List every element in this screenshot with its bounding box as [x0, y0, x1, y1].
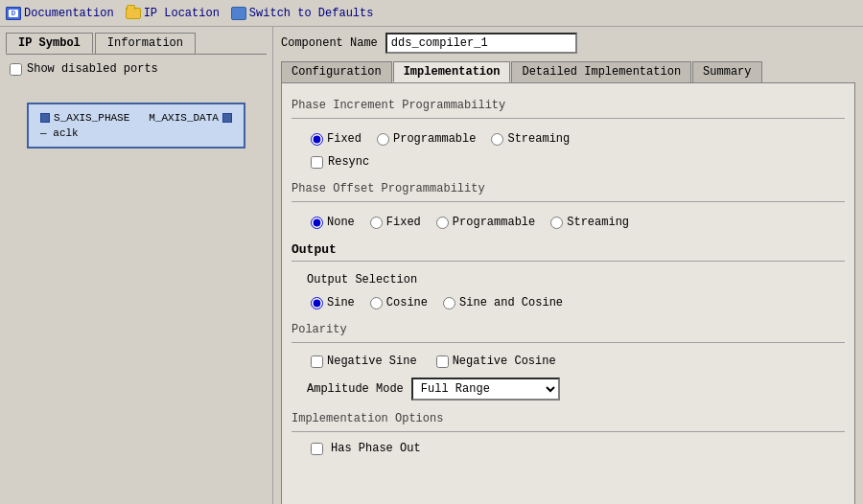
tab-detailed-implementation[interactable]: Detailed Implementation [511, 61, 691, 82]
polarity-divider [292, 342, 845, 343]
ip-block-ports: S_AXIS_PHASE M_AXIS_DATA [40, 112, 232, 124]
tab-implementation[interactable]: Implementation [393, 61, 511, 82]
negative-cosine-checkbox[interactable] [436, 355, 449, 368]
tab-configuration[interactable]: Configuration [281, 61, 392, 82]
radio-sine-and-cosine[interactable]: Sine and Cosine [443, 296, 563, 309]
port-right: M_AXIS_DATA [149, 112, 232, 124]
resync-label: Resync [328, 155, 369, 169]
radio-streaming-phase-input[interactable] [491, 133, 503, 146]
phase-increment-divider [292, 118, 845, 119]
component-name-label: Component Name [281, 36, 378, 50]
ip-block: S_AXIS_PHASE M_AXIS_DATA — aclk [27, 103, 245, 149]
show-disabled-row: Show disabled ports [0, 55, 272, 83]
show-disabled-checkbox[interactable] [10, 63, 22, 76]
switch-defaults-link[interactable]: Switch to Defaults [231, 7, 374, 20]
radio-programmable[interactable]: Programmable [377, 132, 476, 146]
component-name-input[interactable] [385, 33, 577, 54]
switch-icon [231, 7, 246, 20]
tab-content: Phase Increment Programmability Fixed Pr… [281, 82, 855, 504]
radio-offset-fixed[interactable]: Fixed [370, 216, 421, 229]
polarity-row: Negative Sine Negative Cosine [292, 351, 845, 372]
phase-increment-radio-group: Fixed Programmable Streaming [292, 126, 845, 151]
radio-fixed-input[interactable] [311, 133, 323, 146]
m-axis-data-port: M_AXIS_DATA [149, 112, 232, 124]
main-tabs: Configuration Implementation Detailed Im… [281, 61, 855, 82]
aclk-dash: — [40, 127, 53, 139]
s-axis-phase-port: S_AXIS_PHASE [40, 112, 129, 124]
output-section-label: Output [292, 242, 845, 257]
radio-none-input[interactable] [311, 217, 323, 229]
has-phase-out-checkbox[interactable] [311, 443, 323, 455]
radio-offset-programmable-input[interactable] [436, 217, 449, 229]
radio-offset-fixed-input[interactable] [370, 217, 383, 229]
main-layout: IP Symbol Information Show disabled port… [0, 27, 863, 504]
tab-summary[interactable]: Summary [692, 61, 761, 82]
impl-options-divider [292, 431, 845, 432]
aclk-row: — aclk [40, 127, 232, 139]
component-name-row: Component Name [281, 33, 855, 54]
left-port-connector [40, 113, 50, 123]
impl-options-label: Implementation Options [292, 412, 845, 425]
radio-sine-and-cosine-input[interactable] [443, 297, 455, 309]
documentation-link[interactable]: D Documentation [6, 7, 114, 20]
folder-icon [126, 8, 141, 19]
tab-ip-symbol[interactable]: IP Symbol [6, 33, 93, 54]
amplitude-mode-label: Amplitude Mode [307, 382, 404, 396]
phase-offset-label: Phase Offset Programmability [292, 182, 845, 195]
negative-sine-checkbox-row[interactable]: Negative Sine [311, 355, 417, 368]
radio-streaming-phase[interactable]: Streaming [491, 132, 570, 146]
amplitude-mode-select[interactable]: Full Range Unit Circle Scaled Full Range [411, 378, 560, 401]
left-panel: IP Symbol Information Show disabled port… [0, 27, 273, 504]
left-tabs: IP Symbol Information [0, 27, 272, 54]
has-phase-out-row: Has Phase Out [292, 440, 845, 457]
right-port-connector [222, 113, 232, 123]
right-panel: Component Name Configuration Implementat… [273, 27, 863, 504]
resync-checkbox[interactable] [311, 156, 323, 169]
radio-fixed[interactable]: Fixed [311, 132, 362, 146]
output-selection-label: Output Selection [292, 269, 845, 290]
port-left: S_AXIS_PHASE [40, 112, 129, 124]
radio-none[interactable]: None [311, 216, 355, 229]
radio-programmable-input[interactable] [377, 133, 389, 146]
output-section: Output Output Selection Sine Cosine [292, 242, 845, 315]
phase-offset-radio-group: None Fixed Programmable Streaming [292, 210, 845, 235]
phase-increment-label: Phase Increment Programmability [292, 99, 845, 112]
has-phase-out-label: Has Phase Out [331, 442, 421, 455]
negative-cosine-checkbox-row[interactable]: Negative Cosine [436, 355, 556, 368]
ip-location-link[interactable]: IP Location [126, 7, 220, 20]
radio-sine-input[interactable] [311, 297, 323, 309]
output-divider [292, 261, 845, 262]
amplitude-row: Amplitude Mode Full Range Unit Circle Sc… [292, 372, 845, 406]
radio-sine[interactable]: Sine [311, 296, 355, 309]
documentation-icon: D [6, 7, 21, 20]
radio-cosine-input[interactable] [370, 297, 383, 309]
radio-offset-programmable[interactable]: Programmable [436, 216, 535, 229]
phase-offset-divider [292, 201, 845, 202]
ip-symbol-canvas: S_AXIS_PHASE M_AXIS_DATA — aclk [0, 83, 272, 168]
radio-offset-streaming-input[interactable] [550, 217, 563, 229]
toolbar: D Documentation IP Location Switch to De… [0, 0, 863, 27]
polarity-label: Polarity [292, 323, 845, 336]
resync-row: Resync [292, 151, 845, 172]
radio-cosine[interactable]: Cosine [370, 296, 428, 309]
tab-information[interactable]: Information [95, 33, 196, 54]
negative-sine-checkbox[interactable] [311, 355, 323, 368]
radio-offset-streaming[interactable]: Streaming [550, 216, 629, 229]
output-radio-group: Sine Cosine Sine and Cosine [292, 290, 845, 315]
